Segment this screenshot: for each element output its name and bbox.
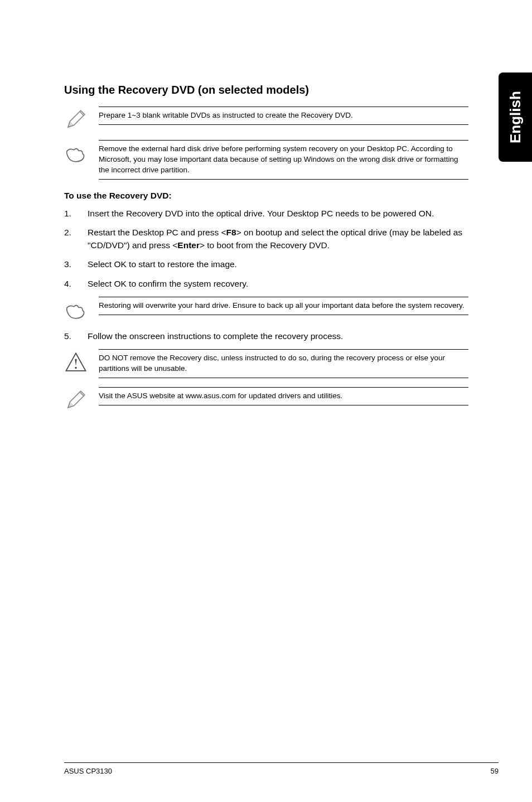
hand-pointer-icon <box>64 141 88 165</box>
list-item: 3. Select OK to start to restore the ima… <box>64 258 468 270</box>
list-item: 4. Select OK to confirm the system recov… <box>64 278 468 290</box>
language-tab: English <box>499 73 532 162</box>
warning-triangle-icon <box>64 350 88 374</box>
footer-page-number: 59 <box>491 767 499 775</box>
note-text: Prepare 1~3 blank writable DVDs as instr… <box>99 110 468 121</box>
list-item: 2. Restart the Desktop PC and press <F8>… <box>64 226 468 252</box>
note-text: DO NOT remove the Recovery disc, unless … <box>99 353 468 374</box>
note-restoring-overwrite: Restoring will overwrite your hard drive… <box>64 297 468 321</box>
note-remove-external-disk: Remove the external hard disk drive befo… <box>64 140 468 180</box>
footer-divider <box>64 762 499 763</box>
step-text: Restart the Desktop PC and press <F8> on… <box>88 226 468 252</box>
note-do-not-remove-disc: DO NOT remove the Recovery disc, unless … <box>64 349 468 378</box>
step-text: Insert the Recovery DVD into the optical… <box>88 207 468 220</box>
page-content: Using the Recovery DVD (on selected mode… <box>0 0 502 412</box>
note-text: Visit the ASUS website at www.asus.com f… <box>99 391 468 402</box>
note-text: Restoring will overwrite your hard drive… <box>99 301 468 311</box>
step-text: Select OK to start to restore the image. <box>88 258 468 270</box>
steps-list: 1. Insert the Recovery DVD into the opti… <box>64 207 468 290</box>
step-text: Follow the onscreen instructions to comp… <box>88 330 468 342</box>
list-item: 5. Follow the onscreen instructions to c… <box>64 330 468 342</box>
step-number: 3. <box>64 258 74 270</box>
section-title: Using the Recovery DVD (on selected mode… <box>64 84 468 96</box>
note-visit-asus-website: Visit the ASUS website at www.asus.com f… <box>64 387 468 412</box>
step-number: 5. <box>64 330 74 342</box>
pencil-icon <box>64 108 88 131</box>
steps-list-cont: 5. Follow the onscreen instructions to c… <box>64 330 468 342</box>
note-prepare-dvds: Prepare 1~3 blank writable DVDs as instr… <box>64 107 468 131</box>
sub-heading: To use the Recovery DVD: <box>64 191 468 201</box>
step-text: Select OK to confirm the system recovery… <box>88 278 468 290</box>
step-number: 2. <box>64 226 74 252</box>
hand-pointer-icon <box>64 298 88 321</box>
step-number: 1. <box>64 207 74 220</box>
pencil-icon <box>64 388 88 412</box>
note-text: Remove the external hard disk drive befo… <box>99 144 468 176</box>
footer-product: ASUS CP3130 <box>64 767 112 775</box>
page-footer: ASUS CP3130 59 <box>64 767 499 775</box>
list-item: 1. Insert the Recovery DVD into the opti… <box>64 207 468 220</box>
step-number: 4. <box>64 278 74 290</box>
svg-point-1 <box>75 367 77 369</box>
